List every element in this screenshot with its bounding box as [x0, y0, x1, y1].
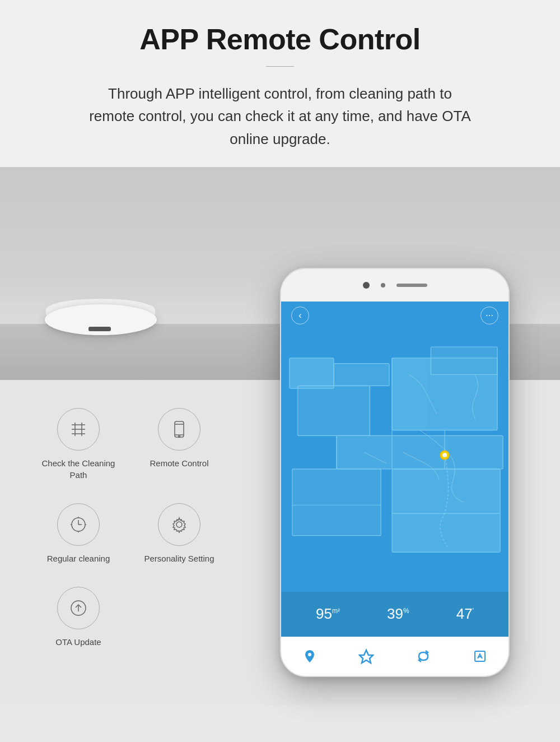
phone-icon [169, 419, 189, 439]
phone-speaker [396, 284, 427, 287]
feature-regular-cleaning: Regular cleaning [34, 503, 123, 564]
phone-screen: ‹ ⋯ [281, 302, 508, 637]
phone-sensor [381, 283, 385, 287]
header-section: APP Remote Control Through APP intellige… [0, 0, 560, 167]
phone-stats-bar: 95m² 39% 47' [281, 592, 508, 637]
clock-icon [68, 514, 88, 535]
ota-update-label: OTA Update [55, 636, 101, 648]
cleaning-map-svg [281, 330, 508, 592]
upload-icon [68, 598, 88, 618]
main-content: Check the Cleaning Path Remote Control [0, 167, 560, 705]
stat-time: 47' [456, 605, 474, 623]
personality-setting-icon-circle [158, 503, 200, 546]
svg-rect-26 [334, 364, 389, 386]
svg-point-16 [176, 522, 182, 527]
phone-screen-header: ‹ ⋯ [281, 302, 508, 330]
map-path-icon [68, 419, 88, 439]
feature-personality-setting: Personality Setting [134, 503, 224, 564]
gear-icon [169, 514, 189, 535]
header-description: Through APP intelligent control, from cl… [84, 82, 476, 150]
robot-body [34, 285, 190, 335]
stat-area: 95m² [316, 605, 340, 623]
nav-power-icon[interactable] [358, 648, 374, 664]
svg-rect-20 [431, 347, 497, 375]
svg-point-8 [179, 435, 180, 437]
robot-button [88, 327, 111, 331]
nav-location-icon[interactable] [302, 648, 318, 664]
phone-top-bar [281, 269, 508, 302]
nav-edit-icon[interactable] [472, 648, 488, 664]
stat-area-value: 95m² [316, 605, 340, 623]
bottom-section: Check the Cleaning Path Remote Control [0, 380, 560, 705]
ota-update-icon-circle [57, 587, 100, 629]
remote-control-label: Remote Control [150, 457, 208, 469]
phone-bottom-nav [281, 637, 508, 676]
regular-cleaning-icon-circle [57, 503, 100, 546]
page-title: APP Remote Control [34, 22, 526, 56]
stat-battery-value: 39% [387, 605, 409, 623]
svg-rect-22 [337, 435, 503, 469]
phone-mockup-wrapper: ‹ ⋯ [241, 380, 560, 705]
regular-cleaning-label: Regular cleaning [47, 553, 110, 564]
phone-mockup: ‹ ⋯ [280, 268, 510, 677]
more-button[interactable]: ⋯ [480, 307, 498, 324]
divider [266, 66, 294, 67]
svg-rect-25 [290, 358, 334, 388]
personality-setting-label: Personality Setting [144, 553, 214, 564]
stat-battery: 39% [387, 605, 409, 623]
phone-camera [363, 282, 370, 289]
feature-remote-control: Remote Control [134, 408, 224, 481]
feature-ota-update: OTA Update [34, 587, 123, 648]
svg-rect-24 [392, 469, 500, 553]
stat-time-value: 47' [456, 605, 474, 623]
remote-control-icon-circle [158, 408, 200, 451]
features-panel: Check the Cleaning Path Remote Control [0, 380, 241, 705]
svg-marker-44 [360, 650, 373, 663]
check-cleaning-path-icon-circle [57, 408, 100, 451]
nav-loop-icon[interactable] [416, 648, 431, 664]
svg-rect-23 [292, 469, 381, 536]
check-cleaning-path-label: Check the Cleaning Path [34, 457, 123, 481]
feature-check-cleaning-path: Check the Cleaning Path [34, 408, 123, 481]
back-button[interactable]: ‹ [291, 307, 309, 324]
map-area [281, 330, 508, 592]
svg-point-43 [308, 653, 311, 656]
svg-rect-21 [298, 386, 370, 435]
